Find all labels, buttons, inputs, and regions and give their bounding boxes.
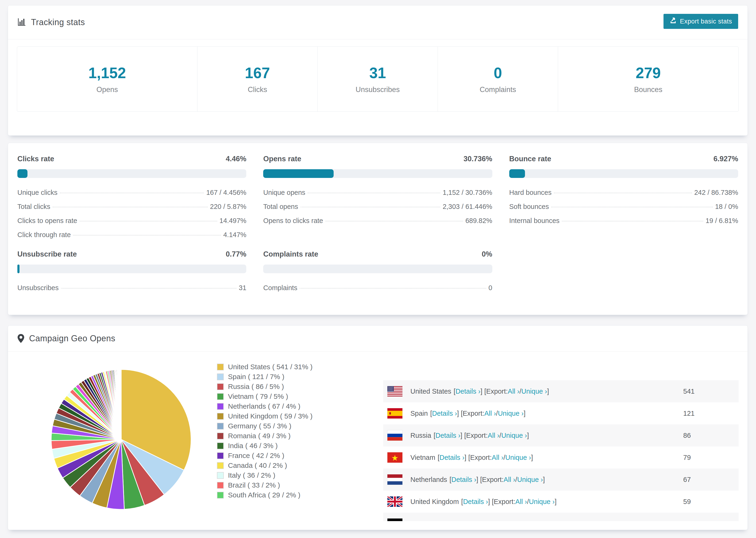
rate-section-head: Bounce rate6.927% — [509, 155, 738, 163]
total-cell: 67 — [683, 476, 739, 484]
country-cell — [383, 518, 683, 521]
details-link[interactable]: Details › — [451, 476, 476, 484]
legend-item-brazil[interactable]: Brazil ( 33 / 2% ) — [217, 480, 312, 490]
details-link[interactable]: Details › — [432, 409, 457, 417]
legend-label: Russia ( 86 / 5% ) — [228, 383, 284, 391]
legend-swatch — [217, 373, 224, 380]
details-link[interactable]: Details › — [463, 498, 488, 506]
rate-section-head: Opens rate30.736% — [263, 155, 492, 163]
rate-row-label: Internal bounces — [509, 217, 560, 225]
rates-card: Clicks rate4.46%Unique clicks167 / 4.456… — [8, 143, 748, 315]
geo-body: United States ( 541 / 31% )Spain ( 121 /… — [8, 351, 747, 530]
export-all-link[interactable]: All › — [484, 409, 496, 417]
details-link[interactable]: Details › — [456, 388, 480, 395]
export-unique-link[interactable]: Unique › — [505, 454, 531, 461]
export-all-link[interactable]: All › — [492, 454, 503, 461]
stat-box-unsubscribes: 31Unsubscribes — [318, 47, 438, 112]
rate-row: Total opens2,303 / 61.446% — [263, 203, 492, 211]
export-unique-link[interactable]: Unique › — [517, 476, 543, 484]
stat-value: 31 — [369, 64, 386, 82]
rate-row: Unique clicks167 / 4.456% — [17, 189, 246, 196]
legend-item-united-kingdom[interactable]: United Kingdom ( 59 / 3% ) — [217, 411, 312, 421]
rate-rows: Unique opens1,152 / 30.736%Total opens2,… — [263, 189, 492, 225]
table-row-partial — [383, 512, 739, 521]
legend-label: South Africa ( 29 / 2% ) — [228, 491, 300, 499]
export-all-link[interactable]: All › — [488, 432, 499, 439]
rate-value: 6.927% — [714, 155, 738, 163]
rate-row-label: Complaints — [263, 284, 297, 292]
rate-row: Unique opens1,152 / 30.736% — [263, 189, 492, 196]
rate-row-label: Unique opens — [263, 189, 305, 196]
legend-swatch — [217, 462, 224, 469]
legend-item-south-africa[interactable]: South Africa ( 29 / 2% ) — [217, 490, 312, 500]
rate-row-label: Hard bounces — [509, 189, 552, 196]
legend-swatch — [217, 423, 224, 430]
legend-item-germany[interactable]: Germany ( 55 / 3% ) — [217, 421, 312, 431]
legend-item-united-states[interactable]: United States ( 541 / 31% ) — [217, 362, 312, 372]
legend-item-france[interactable]: France ( 42 / 2% ) — [217, 451, 312, 460]
rate-progress-fill — [17, 169, 27, 178]
rate-title: Complaints rate — [263, 250, 318, 258]
dotted-leader — [551, 207, 713, 207]
rate-row: Soft bounces18 / 0% — [509, 203, 738, 211]
details-link[interactable]: Details › — [436, 432, 460, 439]
country-cell: United Kingdom[Details ›] [Export: All ›… — [383, 497, 683, 507]
geo-table-header — [383, 363, 739, 380]
legend-label: Canada ( 40 / 2% ) — [228, 461, 287, 469]
rate-row-label: Soft bounces — [509, 203, 549, 211]
tracking-stats-card: Tracking stats Export basic stats 1,152O… — [8, 5, 748, 136]
legend-label: Spain ( 121 / 7% ) — [228, 373, 284, 381]
export-unique-link[interactable]: Unique › — [529, 498, 555, 506]
gb-flag-icon — [387, 497, 403, 507]
dotted-leader — [307, 193, 440, 193]
dotted-leader — [562, 221, 703, 221]
rate-row-value: 242 / 86.738% — [694, 189, 738, 196]
rate-rows: Unsubscribes31 — [17, 284, 246, 292]
pie-slice-other[interactable] — [121, 369, 121, 439]
legend-item-vietnam[interactable]: Vietnam ( 79 / 5% ) — [217, 392, 312, 402]
legend-item-russia[interactable]: Russia ( 86 / 5% ) — [217, 382, 312, 392]
rate-row: Internal bounces19 / 6.81% — [509, 217, 738, 225]
table-row-vietnam: Vietnam[Details ›] [Export: All › / Uniq… — [383, 447, 739, 468]
export-unique-link[interactable]: Unique › — [521, 388, 547, 395]
country-name: Vietnam — [410, 454, 435, 461]
rate-value: 4.46% — [226, 155, 246, 163]
legend-item-india[interactable]: India ( 46 / 3% ) — [217, 441, 312, 451]
export-unique-link[interactable]: Unique › — [501, 432, 527, 439]
legend-item-netherlands[interactable]: Netherlands ( 67 / 4% ) — [217, 402, 312, 411]
rate-row: Total clicks220 / 5.87% — [17, 203, 246, 211]
legend-swatch — [217, 492, 224, 499]
country-name: Spain — [410, 409, 428, 417]
legend-swatch — [217, 413, 224, 420]
stat-value: 167 — [245, 64, 270, 82]
rate-progress-track — [263, 265, 492, 273]
legend-swatch — [217, 433, 224, 439]
legend-label: Germany ( 55 / 3% ) — [228, 422, 291, 430]
vn-flag-icon — [387, 452, 403, 463]
rate-section-head: Unsubscribe rate0.77% — [17, 250, 246, 258]
legend-swatch — [217, 482, 224, 489]
legend-swatch — [217, 403, 224, 410]
dotted-leader — [61, 288, 237, 289]
export-basic-stats-button[interactable]: Export basic stats — [664, 14, 738, 29]
legend-item-italy[interactable]: Italy ( 36 / 2% ) — [217, 470, 312, 480]
legend-item-romania[interactable]: Romania ( 49 / 3% ) — [217, 431, 312, 441]
es-flag-icon — [387, 408, 403, 418]
export-all-link[interactable]: All › — [515, 498, 527, 506]
details-link[interactable]: Details › — [440, 454, 464, 461]
rate-row-value: 689.82% — [465, 217, 492, 225]
legend-item-canada[interactable]: Canada ( 40 / 2% ) — [217, 460, 312, 470]
legend-item-spain[interactable]: Spain ( 121 / 7% ) — [217, 372, 312, 382]
legend-label: Vietnam ( 79 / 5% ) — [228, 393, 288, 401]
table-row-russia: Russia[Details ›] [Export: All › / Uniqu… — [383, 424, 739, 447]
rate-rows: Complaints0 — [263, 284, 492, 292]
rate-section-head: Complaints rate0% — [263, 250, 492, 258]
country-cell: Russia[Details ›] [Export: All › / Uniqu… — [383, 430, 683, 441]
legend-swatch — [217, 472, 224, 479]
rate-title: Clicks rate — [17, 155, 54, 163]
export-all-link[interactable]: All › — [504, 476, 515, 484]
export-unique-link[interactable]: Unique › — [498, 409, 524, 417]
rate-section-bounce-rate: Bounce rate6.927%Hard bounces242 / 86.73… — [509, 155, 738, 239]
export-all-link[interactable]: All › — [508, 388, 519, 395]
rate-row-value: 4.147% — [223, 231, 246, 239]
